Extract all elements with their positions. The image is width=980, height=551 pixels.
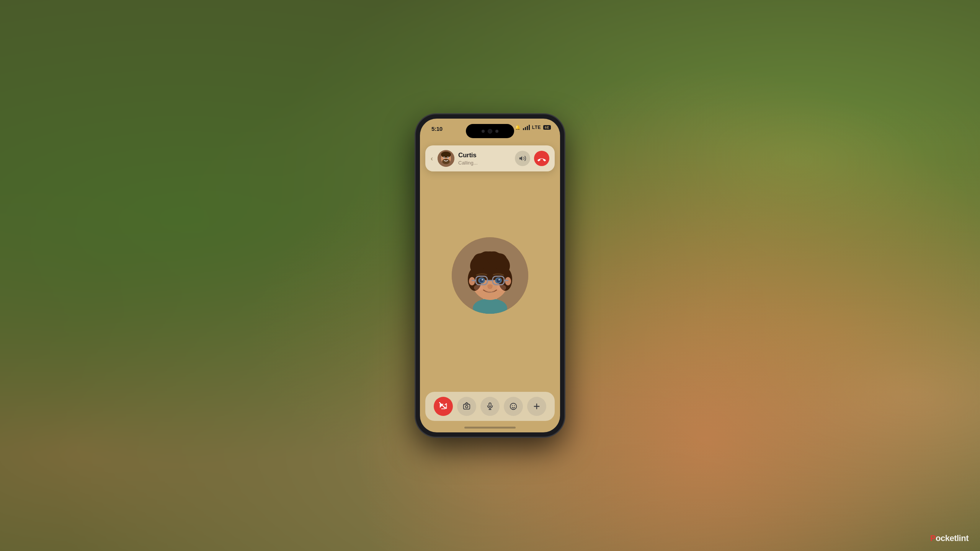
plus-icon — [532, 402, 541, 411]
svg-point-45 — [512, 405, 513, 406]
watermark-text: ocketlint — [936, 533, 969, 543]
island-sensor — [482, 130, 485, 133]
phone-screen: 5:10 🔔 LTE 6E ‹ — [420, 119, 560, 432]
dynamic-island — [466, 124, 514, 138]
svg-point-33 — [497, 279, 500, 282]
phone-frame: 5:10 🔔 LTE 6E ‹ — [415, 114, 565, 437]
banner-caller-name: Curtis — [458, 152, 511, 159]
watermark: Pocketlint — [930, 533, 969, 543]
alert-icon: 🔔 — [515, 125, 521, 130]
microphone-icon — [486, 402, 494, 411]
svg-point-44 — [510, 403, 517, 410]
call-controls-bar — [425, 392, 555, 421]
flip-camera-icon — [462, 402, 471, 411]
hand-background — [294, 0, 980, 551]
signal-bar-4 — [529, 125, 530, 130]
more-button[interactable] — [527, 397, 546, 416]
svg-rect-39 — [464, 404, 470, 409]
svg-point-46 — [514, 405, 515, 406]
speaker-icon — [519, 155, 526, 162]
watermark-p: P — [930, 533, 936, 543]
video-slash-icon — [439, 402, 448, 411]
signal-bars — [523, 125, 530, 130]
island-camera — [488, 129, 492, 134]
mute-button[interactable] — [480, 397, 500, 416]
svg-point-6 — [444, 157, 445, 158]
banner-chevron-icon[interactable]: ‹ — [431, 155, 433, 163]
banner-action-buttons — [515, 151, 549, 166]
home-indicator — [464, 427, 516, 429]
decline-button[interactable] — [534, 151, 549, 166]
svg-point-40 — [466, 406, 468, 408]
status-icons: 🔔 LTE 6E — [515, 125, 551, 130]
banner-caller-info: Curtis Calling... — [458, 152, 511, 166]
caller-memoji — [452, 237, 528, 314]
flip-camera-button[interactable] — [457, 397, 476, 416]
svg-point-23 — [469, 277, 475, 285]
svg-point-37 — [474, 285, 483, 291]
signal-bar-1 — [523, 128, 524, 130]
svg-point-38 — [497, 285, 506, 291]
svg-point-7 — [448, 157, 449, 158]
svg-rect-41 — [489, 403, 491, 407]
svg-point-24 — [505, 277, 511, 285]
svg-point-32 — [480, 279, 483, 282]
island-light — [495, 130, 498, 133]
caller-thumbnail — [438, 150, 454, 167]
svg-point-2 — [442, 159, 450, 164]
phone-decline-icon — [537, 154, 546, 163]
data-badge: 6E — [543, 125, 551, 130]
phone-device: 5:10 🔔 LTE 6E ‹ — [415, 114, 565, 437]
effects-button[interactable] — [504, 397, 523, 416]
signal-bar-2 — [525, 127, 526, 130]
emoji-icon — [509, 402, 518, 411]
call-banner: ‹ — [425, 145, 555, 171]
svg-point-34 — [482, 279, 483, 280]
lte-label: LTE — [532, 125, 541, 130]
svg-point-3 — [441, 152, 451, 158]
status-time: 5:10 — [431, 126, 443, 132]
video-button[interactable] — [434, 397, 453, 416]
signal-bar-3 — [527, 126, 528, 130]
svg-point-35 — [498, 279, 500, 280]
caller-avatar — [452, 237, 528, 314]
caller-thumbnail-memoji — [438, 150, 454, 167]
speaker-button[interactable] — [515, 151, 530, 166]
banner-call-status: Calling... — [458, 160, 511, 166]
